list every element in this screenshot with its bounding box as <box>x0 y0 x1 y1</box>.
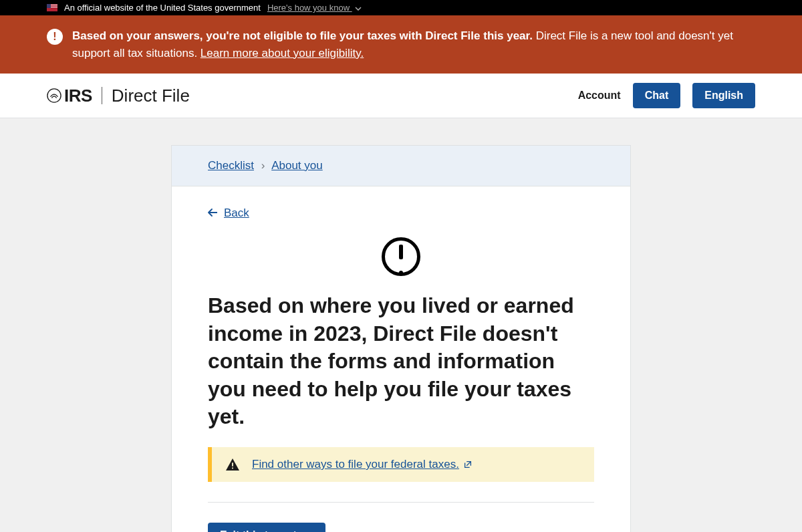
warning-triangle-icon <box>225 458 240 471</box>
back-link[interactable]: Back <box>208 207 249 220</box>
warning-box: Find other ways to file your federal tax… <box>208 447 594 482</box>
divider-icon <box>102 87 102 104</box>
irs-eagle-icon <box>47 88 61 103</box>
account-link[interactable]: Account <box>578 90 621 102</box>
page-headline: Based on where you lived or earned incom… <box>208 292 594 431</box>
gov-banner-text: An official website of the United States… <box>64 3 261 13</box>
exit-tax-return-button[interactable]: Exit this tax return <box>208 523 325 532</box>
error-icon <box>208 237 594 276</box>
eligibility-learn-more-link[interactable]: Learn more about your eligibility. <box>200 47 364 59</box>
chevron-right-icon: › <box>261 159 265 172</box>
svg-rect-1 <box>232 462 233 466</box>
alert-icon: ! <box>47 29 63 45</box>
external-link-icon <box>463 460 473 469</box>
logo-group[interactable]: IRS Direct File <box>47 86 190 106</box>
breadcrumb-checklist[interactable]: Checklist <box>208 159 254 172</box>
site-header: IRS Direct File Account Chat English <box>0 74 802 118</box>
product-name: Direct File <box>112 86 190 106</box>
other-ways-link[interactable]: Find other ways to file your federal tax… <box>252 458 473 471</box>
chevron-down-icon <box>355 3 362 13</box>
gov-banner: An official website of the United States… <box>0 0 802 15</box>
svg-point-0 <box>47 89 61 102</box>
us-flag-icon <box>47 4 57 11</box>
language-button[interactable]: English <box>692 83 755 108</box>
arrow-left-icon <box>208 207 217 220</box>
gov-banner-link[interactable]: Here's how you know <box>267 3 362 13</box>
divider <box>208 502 594 503</box>
main-card: Checklist › About you Back <box>171 145 631 532</box>
breadcrumb-about-you[interactable]: About you <box>271 159 323 172</box>
alert-text: Based on your answers, you're not eligib… <box>72 27 755 61</box>
chat-button[interactable]: Chat <box>633 83 681 108</box>
irs-logo: IRS <box>47 86 92 106</box>
breadcrumb: Checklist › About you <box>172 146 630 186</box>
svg-rect-2 <box>232 468 233 469</box>
eligibility-alert: ! Based on your answers, you're not elig… <box>0 15 802 74</box>
